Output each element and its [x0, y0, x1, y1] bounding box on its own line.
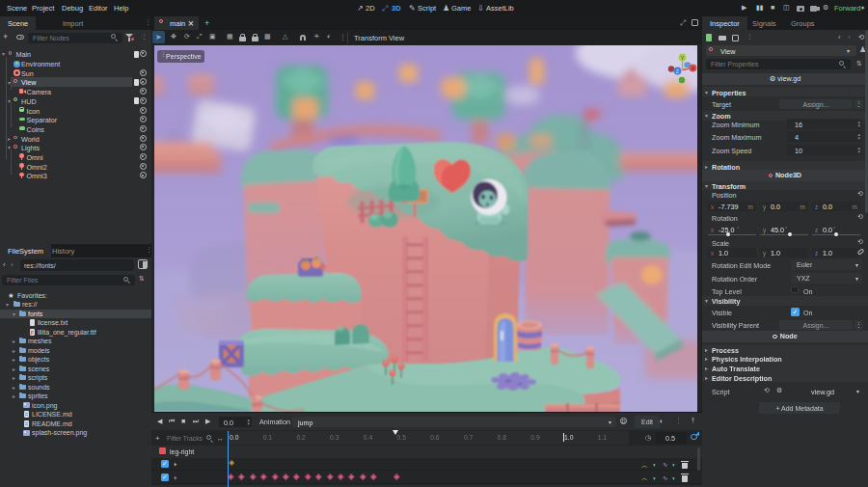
- svg-text:Y: Y: [681, 55, 685, 61]
- svg-text:X: X: [692, 66, 695, 71]
